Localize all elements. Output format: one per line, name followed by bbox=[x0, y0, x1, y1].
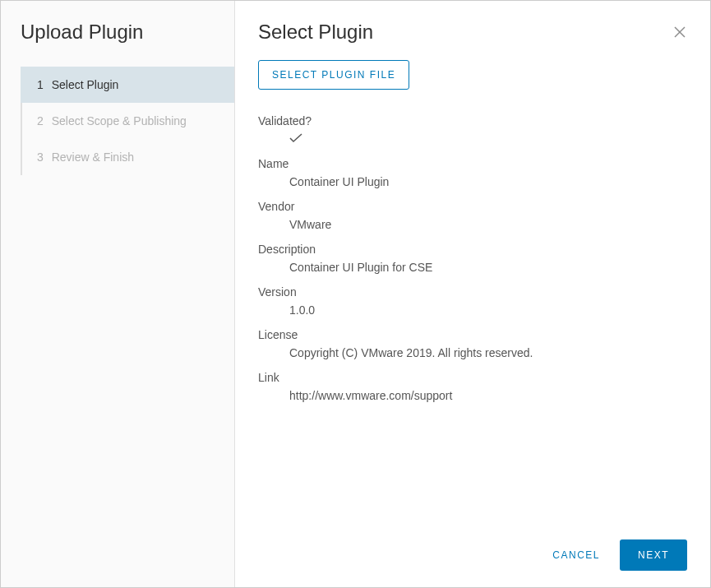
version-label: Version bbox=[258, 285, 687, 299]
step-review-finish[interactable]: 3 Review & Finish bbox=[21, 139, 234, 175]
main-content: SELECT PLUGIN FILE Validated? Name Conta… bbox=[235, 44, 710, 523]
step-select-plugin[interactable]: 1 Select Plugin bbox=[21, 67, 234, 103]
next-button[interactable]: NEXT bbox=[620, 539, 687, 571]
step-label: Select Plugin bbox=[52, 78, 119, 91]
check-icon bbox=[258, 132, 687, 146]
step-number: 1 bbox=[37, 78, 44, 91]
select-plugin-file-button[interactable]: SELECT PLUGIN FILE bbox=[258, 60, 409, 90]
step-number: 2 bbox=[37, 114, 44, 127]
version-value: 1.0.0 bbox=[258, 303, 687, 317]
close-icon[interactable] bbox=[672, 25, 687, 39]
name-label: Name bbox=[258, 157, 687, 170]
step-label: Select Scope & Publishing bbox=[52, 114, 187, 127]
vendor-value: VMware bbox=[258, 218, 687, 231]
step-select-scope[interactable]: 2 Select Scope & Publishing bbox=[21, 103, 234, 139]
wizard-main: Select Plugin SELECT PLUGIN FILE Validat… bbox=[235, 1, 710, 587]
validated-label: Validated? bbox=[258, 114, 687, 127]
description-value: Container UI Plugin for CSE bbox=[258, 261, 687, 274]
page-title: Select Plugin bbox=[258, 21, 373, 44]
wizard-sidebar: Upload Plugin 1 Select Plugin 2 Select S… bbox=[1, 1, 235, 587]
plugin-info: Validated? Name Container UI Plugin Vend… bbox=[258, 114, 687, 402]
step-list: 1 Select Plugin 2 Select Scope & Publish… bbox=[21, 67, 234, 175]
license-label: License bbox=[258, 328, 687, 341]
cancel-button[interactable]: CANCEL bbox=[549, 541, 603, 569]
upload-plugin-wizard: Upload Plugin 1 Select Plugin 2 Select S… bbox=[0, 0, 711, 588]
wizard-footer: CANCEL NEXT bbox=[235, 523, 710, 587]
vendor-label: Vendor bbox=[258, 200, 687, 213]
link-value: http://www.vmware.com/support bbox=[258, 389, 687, 402]
sidebar-title: Upload Plugin bbox=[1, 21, 234, 67]
description-label: Description bbox=[258, 243, 687, 256]
license-value: Copyright (C) VMware 2019. All rights re… bbox=[258, 346, 687, 359]
step-number: 3 bbox=[37, 150, 44, 164]
main-header: Select Plugin bbox=[235, 1, 710, 44]
name-value: Container UI Plugin bbox=[258, 175, 687, 188]
step-label: Review & Finish bbox=[52, 150, 134, 164]
link-label: Link bbox=[258, 371, 687, 384]
